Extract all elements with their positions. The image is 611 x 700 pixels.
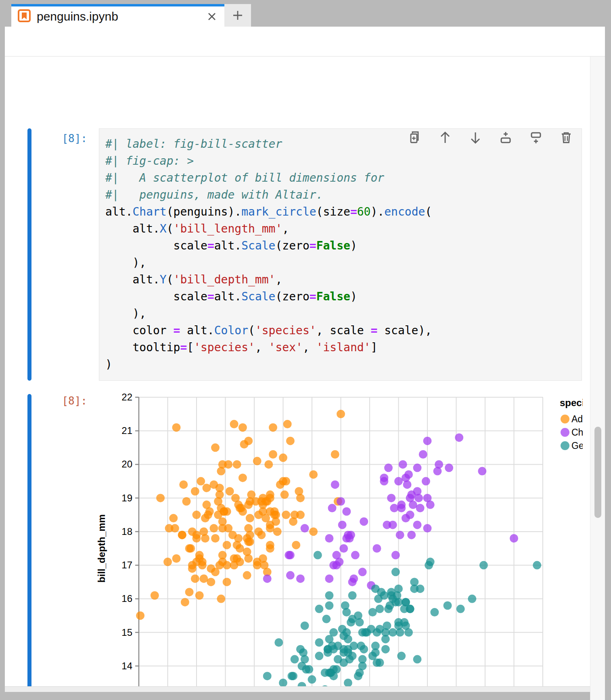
plus-icon bbox=[231, 8, 245, 22]
tab-penguins-notebook[interactable]: penguins.ipynb bbox=[11, 4, 224, 27]
arrow-down-icon bbox=[467, 130, 483, 146]
bill-scatter-chart: 3234363840424446485052545658601314151617… bbox=[94, 384, 583, 686]
horizontal-scrollbar-track[interactable] bbox=[5, 686, 590, 692]
duplicate-cell-icon bbox=[407, 130, 423, 146]
tab-title: penguins.ipynb bbox=[37, 10, 205, 23]
move-cell-down-button[interactable] bbox=[467, 129, 484, 147]
svg-text:Adelie: Adelie bbox=[571, 414, 583, 424]
insert-above-icon bbox=[498, 130, 514, 146]
notebook-toolbar: Code Python 3 (ipykernel) bbox=[5, 27, 605, 57]
trash-icon bbox=[558, 130, 574, 146]
output-prompt: [8]: bbox=[47, 395, 87, 407]
svg-text:19: 19 bbox=[121, 493, 132, 503]
input-prompt: [8]: bbox=[47, 132, 87, 145]
insert-below-icon bbox=[528, 130, 544, 146]
cell-toolbar bbox=[406, 129, 575, 147]
arrow-up-icon bbox=[437, 130, 453, 146]
svg-text:18: 18 bbox=[121, 526, 132, 537]
svg-text:17: 17 bbox=[121, 560, 132, 570]
duplicate-cell-button[interactable] bbox=[406, 129, 424, 147]
svg-text:Chinstrap: Chinstrap bbox=[571, 427, 583, 438]
svg-text:16: 16 bbox=[121, 593, 132, 604]
svg-text:22: 22 bbox=[121, 392, 132, 402]
svg-text:14: 14 bbox=[121, 660, 132, 671]
new-tab-button[interactable] bbox=[224, 4, 251, 27]
code-editor[interactable]: #| label: fig-bill-scatter#| fig-cap: >#… bbox=[99, 128, 582, 381]
close-tab-icon[interactable] bbox=[205, 10, 219, 23]
svg-text:species: species bbox=[560, 397, 583, 408]
svg-text:20: 20 bbox=[121, 459, 132, 469]
vertical-scrollbar-track[interactable] bbox=[590, 57, 605, 700]
move-cell-up-button[interactable] bbox=[436, 129, 454, 147]
vertical-scrollbar-thumb[interactable] bbox=[594, 427, 601, 518]
insert-cell-below-button[interactable] bbox=[527, 129, 545, 147]
delete-cell-button[interactable] bbox=[557, 129, 575, 147]
output-collapser[interactable] bbox=[27, 394, 31, 686]
notebook-scroll-area: [8]: #| label: fig-bill-scatter#| fig-ca… bbox=[5, 57, 590, 686]
insert-cell-above-button[interactable] bbox=[497, 129, 515, 147]
svg-text:bill_depth_mm: bill_depth_mm bbox=[96, 514, 107, 583]
svg-text:15: 15 bbox=[121, 627, 132, 638]
jupyterlab-window: { "window": { "tab": { "title": "penguin… bbox=[0, 0, 611, 700]
notebook-file-icon bbox=[17, 8, 31, 25]
svg-text:21: 21 bbox=[121, 425, 132, 436]
input-collapser[interactable] bbox=[27, 128, 31, 381]
svg-text:Gentoo: Gentoo bbox=[571, 440, 583, 451]
